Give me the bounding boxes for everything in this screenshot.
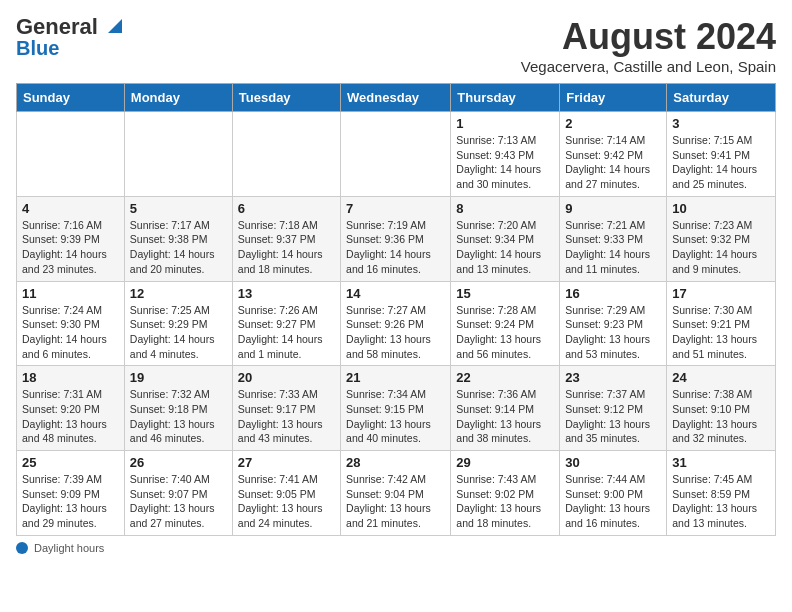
calendar-cell: 6Sunrise: 7:18 AMSunset: 9:37 PMDaylight… (232, 196, 340, 281)
header: General Blue August 2024 Vegacervera, Ca… (16, 16, 776, 75)
day-number: 10 (672, 201, 770, 216)
calendar-cell: 25Sunrise: 7:39 AMSunset: 9:09 PMDayligh… (17, 451, 125, 536)
day-info: Sunrise: 7:14 AMSunset: 9:42 PMDaylight:… (565, 133, 661, 192)
footer-label: Daylight hours (34, 542, 104, 554)
day-number: 19 (130, 370, 227, 385)
calendar-cell: 14Sunrise: 7:27 AMSunset: 9:26 PMDayligh… (341, 281, 451, 366)
title-area: August 2024 Vegacervera, Castille and Le… (521, 16, 776, 75)
day-number: 1 (456, 116, 554, 131)
day-info: Sunrise: 7:20 AMSunset: 9:34 PMDaylight:… (456, 218, 554, 277)
logo-icon (100, 15, 122, 37)
calendar-cell: 5Sunrise: 7:17 AMSunset: 9:38 PMDaylight… (124, 196, 232, 281)
calendar-cell: 1Sunrise: 7:13 AMSunset: 9:43 PMDaylight… (451, 112, 560, 197)
day-number: 29 (456, 455, 554, 470)
day-info: Sunrise: 7:34 AMSunset: 9:15 PMDaylight:… (346, 387, 445, 446)
weekday-header: SundayMondayTuesdayWednesdayThursdayFrid… (17, 84, 776, 112)
day-info: Sunrise: 7:13 AMSunset: 9:43 PMDaylight:… (456, 133, 554, 192)
calendar-cell: 27Sunrise: 7:41 AMSunset: 9:05 PMDayligh… (232, 451, 340, 536)
calendar-cell: 28Sunrise: 7:42 AMSunset: 9:04 PMDayligh… (341, 451, 451, 536)
day-info: Sunrise: 7:26 AMSunset: 9:27 PMDaylight:… (238, 303, 335, 362)
weekday-tuesday: Tuesday (232, 84, 340, 112)
day-info: Sunrise: 7:45 AMSunset: 8:59 PMDaylight:… (672, 472, 770, 531)
calendar-cell: 4Sunrise: 7:16 AMSunset: 9:39 PMDaylight… (17, 196, 125, 281)
calendar-cell: 29Sunrise: 7:43 AMSunset: 9:02 PMDayligh… (451, 451, 560, 536)
day-info: Sunrise: 7:21 AMSunset: 9:33 PMDaylight:… (565, 218, 661, 277)
day-number: 14 (346, 286, 445, 301)
day-number: 17 (672, 286, 770, 301)
day-number: 27 (238, 455, 335, 470)
calendar-cell: 31Sunrise: 7:45 AMSunset: 8:59 PMDayligh… (667, 451, 776, 536)
day-info: Sunrise: 7:32 AMSunset: 9:18 PMDaylight:… (130, 387, 227, 446)
day-info: Sunrise: 7:40 AMSunset: 9:07 PMDaylight:… (130, 472, 227, 531)
calendar-cell: 23Sunrise: 7:37 AMSunset: 9:12 PMDayligh… (560, 366, 667, 451)
day-number: 24 (672, 370, 770, 385)
day-number: 20 (238, 370, 335, 385)
day-info: Sunrise: 7:18 AMSunset: 9:37 PMDaylight:… (238, 218, 335, 277)
calendar-cell: 3Sunrise: 7:15 AMSunset: 9:41 PMDaylight… (667, 112, 776, 197)
weekday-thursday: Thursday (451, 84, 560, 112)
calendar-body: 1Sunrise: 7:13 AMSunset: 9:43 PMDaylight… (17, 112, 776, 536)
day-number: 30 (565, 455, 661, 470)
weekday-friday: Friday (560, 84, 667, 112)
week-row-2: 4Sunrise: 7:16 AMSunset: 9:39 PMDaylight… (17, 196, 776, 281)
day-info: Sunrise: 7:15 AMSunset: 9:41 PMDaylight:… (672, 133, 770, 192)
day-info: Sunrise: 7:31 AMSunset: 9:20 PMDaylight:… (22, 387, 119, 446)
day-info: Sunrise: 7:23 AMSunset: 9:32 PMDaylight:… (672, 218, 770, 277)
calendar-table: SundayMondayTuesdayWednesdayThursdayFrid… (16, 83, 776, 536)
day-info: Sunrise: 7:44 AMSunset: 9:00 PMDaylight:… (565, 472, 661, 531)
calendar-cell: 9Sunrise: 7:21 AMSunset: 9:33 PMDaylight… (560, 196, 667, 281)
day-number: 16 (565, 286, 661, 301)
calendar-cell: 11Sunrise: 7:24 AMSunset: 9:30 PMDayligh… (17, 281, 125, 366)
day-info: Sunrise: 7:28 AMSunset: 9:24 PMDaylight:… (456, 303, 554, 362)
day-info: Sunrise: 7:17 AMSunset: 9:38 PMDaylight:… (130, 218, 227, 277)
calendar-cell (341, 112, 451, 197)
footer-note: Daylight hours (16, 542, 776, 554)
day-number: 12 (130, 286, 227, 301)
calendar-cell: 13Sunrise: 7:26 AMSunset: 9:27 PMDayligh… (232, 281, 340, 366)
calendar-cell: 21Sunrise: 7:34 AMSunset: 9:15 PMDayligh… (341, 366, 451, 451)
calendar-cell: 16Sunrise: 7:29 AMSunset: 9:23 PMDayligh… (560, 281, 667, 366)
day-info: Sunrise: 7:19 AMSunset: 9:36 PMDaylight:… (346, 218, 445, 277)
day-number: 3 (672, 116, 770, 131)
day-number: 21 (346, 370, 445, 385)
day-number: 9 (565, 201, 661, 216)
weekday-sunday: Sunday (17, 84, 125, 112)
calendar-cell (17, 112, 125, 197)
day-info: Sunrise: 7:27 AMSunset: 9:26 PMDaylight:… (346, 303, 445, 362)
calendar-cell: 20Sunrise: 7:33 AMSunset: 9:17 PMDayligh… (232, 366, 340, 451)
day-info: Sunrise: 7:16 AMSunset: 9:39 PMDaylight:… (22, 218, 119, 277)
day-info: Sunrise: 7:37 AMSunset: 9:12 PMDaylight:… (565, 387, 661, 446)
calendar-cell (124, 112, 232, 197)
day-info: Sunrise: 7:41 AMSunset: 9:05 PMDaylight:… (238, 472, 335, 531)
day-info: Sunrise: 7:33 AMSunset: 9:17 PMDaylight:… (238, 387, 335, 446)
day-number: 11 (22, 286, 119, 301)
day-number: 8 (456, 201, 554, 216)
calendar-cell: 2Sunrise: 7:14 AMSunset: 9:42 PMDaylight… (560, 112, 667, 197)
calendar-cell: 8Sunrise: 7:20 AMSunset: 9:34 PMDaylight… (451, 196, 560, 281)
week-row-3: 11Sunrise: 7:24 AMSunset: 9:30 PMDayligh… (17, 281, 776, 366)
day-number: 28 (346, 455, 445, 470)
day-number: 25 (22, 455, 119, 470)
calendar-cell: 18Sunrise: 7:31 AMSunset: 9:20 PMDayligh… (17, 366, 125, 451)
calendar-cell: 10Sunrise: 7:23 AMSunset: 9:32 PMDayligh… (667, 196, 776, 281)
day-info: Sunrise: 7:30 AMSunset: 9:21 PMDaylight:… (672, 303, 770, 362)
day-info: Sunrise: 7:29 AMSunset: 9:23 PMDaylight:… (565, 303, 661, 362)
month-year: August 2024 (521, 16, 776, 58)
calendar-cell: 17Sunrise: 7:30 AMSunset: 9:21 PMDayligh… (667, 281, 776, 366)
day-info: Sunrise: 7:25 AMSunset: 9:29 PMDaylight:… (130, 303, 227, 362)
day-number: 13 (238, 286, 335, 301)
day-info: Sunrise: 7:39 AMSunset: 9:09 PMDaylight:… (22, 472, 119, 531)
svg-marker-0 (108, 19, 122, 33)
weekday-wednesday: Wednesday (341, 84, 451, 112)
calendar-cell (232, 112, 340, 197)
day-info: Sunrise: 7:24 AMSunset: 9:30 PMDaylight:… (22, 303, 119, 362)
day-number: 22 (456, 370, 554, 385)
week-row-5: 25Sunrise: 7:39 AMSunset: 9:09 PMDayligh… (17, 451, 776, 536)
day-number: 23 (565, 370, 661, 385)
day-number: 31 (672, 455, 770, 470)
calendar-cell: 22Sunrise: 7:36 AMSunset: 9:14 PMDayligh… (451, 366, 560, 451)
weekday-monday: Monday (124, 84, 232, 112)
day-info: Sunrise: 7:38 AMSunset: 9:10 PMDaylight:… (672, 387, 770, 446)
calendar-cell: 19Sunrise: 7:32 AMSunset: 9:18 PMDayligh… (124, 366, 232, 451)
calendar-cell: 30Sunrise: 7:44 AMSunset: 9:00 PMDayligh… (560, 451, 667, 536)
